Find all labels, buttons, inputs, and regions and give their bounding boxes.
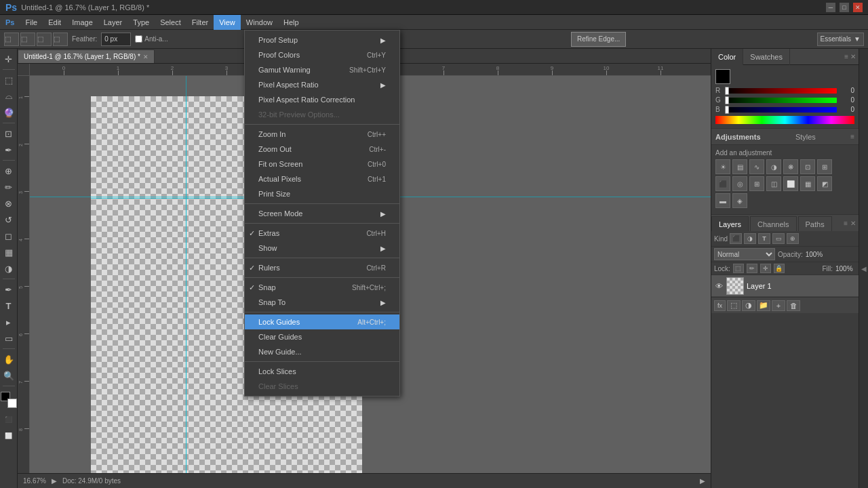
view-dropdown-menu: Proof Setup ▶ Proof Colors Ctrl+Y Gamut … xyxy=(244,30,400,396)
menu-item-lock-slices-label: Lock Slices xyxy=(258,367,296,375)
menu-item-clear-guides-label: Clear Guides xyxy=(258,333,302,341)
shortcut-lock-guides: Alt+Ctrl+; xyxy=(357,319,386,326)
menu-item-par-correction[interactable]: Pixel Aspect Ratio Correction xyxy=(245,92,399,107)
menu-item-print-size-label: Print Size xyxy=(258,190,290,198)
menu-item-extras-label: Extras xyxy=(258,229,279,237)
separator-3 xyxy=(245,223,399,224)
menu-item-actual-pixels[interactable]: Actual Pixels Ctrl+1 xyxy=(245,171,399,186)
menu-item-fit-on-screen[interactable]: Fit on Screen Ctrl+0 xyxy=(245,157,399,171)
menu-item-par-correction-label: Pixel Aspect Ratio Correction xyxy=(258,96,355,104)
submenu-arrow-screen-mode: ▶ xyxy=(380,210,386,218)
menu-item-proof-setup[interactable]: Proof Setup ▶ xyxy=(245,33,399,47)
menu-item-lock-guides[interactable]: Lock Guides Alt+Ctrl+; xyxy=(245,314,399,329)
menu-item-new-guide[interactable]: New Guide... xyxy=(245,344,399,359)
menu-item-snap-label: Snap xyxy=(258,283,276,291)
menu-item-screen-mode[interactable]: Screen Mode ▶ xyxy=(245,206,399,221)
menu-item-print-size[interactable]: Print Size xyxy=(245,186,399,201)
menu-item-gamut-warning[interactable]: Gamut Warning Shift+Ctrl+Y xyxy=(245,62,399,77)
submenu-arrow-snap-to: ▶ xyxy=(380,299,386,306)
menu-item-fit-label: Fit on Screen xyxy=(258,160,302,168)
rulers-checkmark: ✓ xyxy=(249,264,255,272)
menu-item-show[interactable]: Show ▶ xyxy=(245,241,399,256)
shortcut-zoom-in: Ctrl++ xyxy=(368,131,386,138)
menu-item-proof-colors-label: Proof Colors xyxy=(258,51,300,59)
menu-item-new-guide-label: New Guide... xyxy=(258,348,302,356)
shortcut-proof-colors: Ctrl+Y xyxy=(367,52,386,59)
menu-overlay[interactable]: Proof Setup ▶ Proof Colors Ctrl+Y Gamut … xyxy=(0,0,868,488)
menu-item-lock-guides-label: Lock Guides xyxy=(258,318,300,326)
menu-item-clear-slices: Clear Slices xyxy=(245,379,399,394)
menu-item-screen-mode-label: Screen Mode xyxy=(258,209,302,218)
separator-5 xyxy=(245,277,399,278)
menu-item-snap-to-label: Snap To xyxy=(258,298,285,306)
menu-item-zoom-out[interactable]: Zoom Out Ctrl+- xyxy=(245,142,399,157)
menu-item-zoom-in-label: Zoom In xyxy=(258,130,285,138)
menu-item-actual-pixels-label: Actual Pixels xyxy=(258,175,301,183)
menu-item-zoom-in[interactable]: Zoom In Ctrl++ xyxy=(245,127,399,142)
menu-item-snap[interactable]: ✓ Snap Shift+Ctrl+; xyxy=(245,280,399,295)
menu-item-rulers-label: Rulers xyxy=(258,264,280,272)
shortcut-gamut-warning: Shift+Ctrl+Y xyxy=(349,66,386,74)
menu-item-snap-to[interactable]: Snap To ▶ xyxy=(245,295,399,310)
menu-item-32bit-label: 32-bit Preview Options... xyxy=(258,110,340,119)
menu-item-rulers[interactable]: ✓ Rulers Ctrl+R xyxy=(245,260,399,275)
menu-item-proof-colors[interactable]: Proof Colors Ctrl+Y xyxy=(245,47,399,62)
submenu-arrow-show: ▶ xyxy=(380,245,386,252)
menu-item-par-label: Pixel Aspect Ratio xyxy=(258,81,319,89)
menu-item-clear-slices-label: Clear Slices xyxy=(258,382,298,390)
shortcut-extras: Ctrl+H xyxy=(366,230,386,237)
separator-1 xyxy=(245,124,399,125)
separator-6 xyxy=(245,312,399,312)
app-window: Ps Untitled-1 @ 16.7% (Layer 1, RGB/8) *… xyxy=(0,0,868,488)
menu-item-pixel-aspect-ratio[interactable]: Pixel Aspect Ratio ▶ xyxy=(245,77,399,92)
menu-item-show-label: Show xyxy=(258,244,277,252)
menu-item-clear-guides[interactable]: Clear Guides xyxy=(245,329,399,344)
extras-checkmark: ✓ xyxy=(249,229,255,238)
separator-7 xyxy=(245,361,399,362)
shortcut-fit: Ctrl+0 xyxy=(368,161,386,168)
shortcut-actual-pixels: Ctrl+1 xyxy=(368,176,386,183)
shortcut-rulers: Ctrl+R xyxy=(366,264,386,272)
menu-item-extras[interactable]: ✓ Extras Ctrl+H xyxy=(245,226,399,241)
shortcut-snap: Shift+Ctrl+; xyxy=(352,284,386,291)
menu-item-proof-setup-label: Proof Setup xyxy=(258,36,298,44)
menu-item-zoom-out-label: Zoom Out xyxy=(258,145,292,153)
submenu-arrow-par: ▶ xyxy=(380,81,386,89)
menu-item-lock-slices[interactable]: Lock Slices xyxy=(245,364,399,379)
menu-item-32bit-preview: 32-bit Preview Options... xyxy=(245,107,399,122)
menu-item-gamut-warning-label: Gamut Warning xyxy=(258,66,311,74)
shortcut-zoom-out: Ctrl+- xyxy=(369,146,386,153)
submenu-arrow-proof-setup: ▶ xyxy=(380,37,386,44)
snap-checkmark: ✓ xyxy=(249,283,255,292)
separator-2 xyxy=(245,203,399,204)
separator-4 xyxy=(245,258,399,258)
